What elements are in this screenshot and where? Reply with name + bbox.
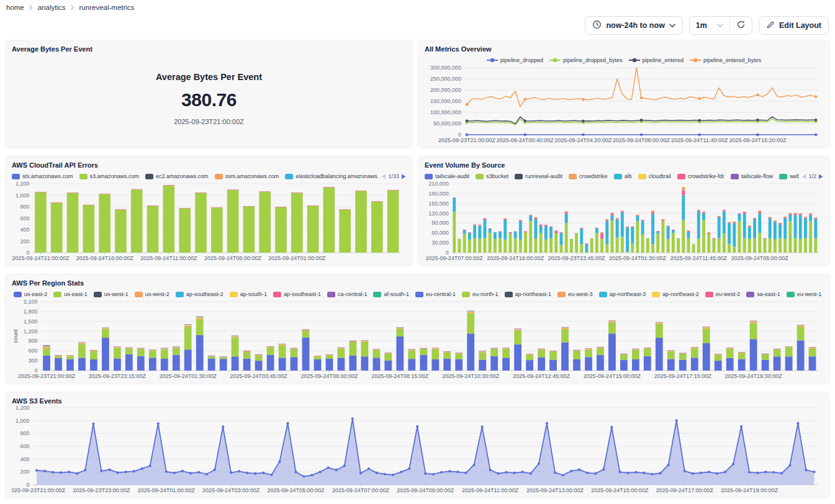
legend-item[interactable]: ap-northeast-2 (652, 291, 699, 297)
legend-label: eu-west-3 (568, 291, 593, 297)
legend-item[interactable]: runreveal-audit (515, 173, 562, 179)
legend-prev-icon[interactable] (381, 174, 386, 179)
legend-label: s3.amazonaws.com (90, 173, 140, 179)
legend-item[interactable]: eu-west-2 (705, 291, 741, 297)
legend-label: us-east-1 (64, 291, 88, 297)
panel-aws-per-region-stats: AWS Per Region Stats us-east-2us-east-1u… (5, 274, 830, 384)
legend-item[interactable]: ssm.amazonaws.com (215, 173, 279, 179)
svg-text:150,000: 150,000 (428, 200, 449, 207)
svg-text:2025-09-24T15:00:00Z: 2025-09-24T15:00:00Z (584, 373, 641, 379)
legend-item[interactable]: tailscale-audit (425, 173, 469, 179)
interval-select[interactable]: 1m (690, 17, 729, 34)
legend-item[interactable]: ec2.amazonaws.com (145, 173, 209, 179)
legend-item[interactable]: eu-north-1 (462, 291, 499, 297)
legend-item[interactable]: s3bucket (476, 173, 508, 179)
breadcrumb-home[interactable]: home (6, 4, 24, 11)
svg-text:30,000: 30,000 (431, 240, 449, 246)
legend-item[interactable]: pipeline_entered (629, 57, 684, 63)
legend-item[interactable]: pipeline_dropped (487, 57, 543, 63)
legend-item[interactable]: pipeline_dropped_bytes (549, 57, 623, 63)
legend-item[interactable]: ap-southeast-2 (176, 291, 223, 297)
legend-item[interactable]: sa-east-1 (746, 291, 780, 297)
svg-text:2025-09-24T15:20:00Z: 2025-09-24T15:20:00Z (729, 137, 787, 143)
svg-text:400: 400 (20, 456, 29, 462)
legend-item[interactable]: s3.amazonaws.com (79, 173, 140, 179)
legend-label: cloudtrail (649, 173, 671, 179)
legend-item[interactable]: tailscale-flow (731, 173, 774, 179)
legend-next-icon[interactable] (402, 174, 406, 179)
legend-label: ap-southeast-2 (186, 291, 223, 297)
legend-label: runreveal-audit (525, 173, 562, 179)
svg-text:600: 600 (20, 443, 29, 449)
legend-label: ec2.amazonaws.com (156, 173, 209, 179)
svg-text:2025-09-24T04:20:00Z: 2025-09-24T04:20:00Z (554, 137, 612, 143)
svg-text:1,800: 1,800 (24, 308, 38, 315)
svg-text:400: 400 (20, 227, 29, 233)
aws-cloudtrail-api-errors-chart[interactable]: 02004006008001,0001,2002025-09-24T21:00:… (12, 181, 406, 262)
breadcrumb-current-page[interactable]: runreveal-metrics (79, 4, 135, 11)
aws-per-region-stats-chart[interactable]: 03006009001,2001,5001,8002,100count2025-… (12, 299, 823, 380)
legend-label: ssm.amazonaws.com (225, 173, 279, 179)
svg-text:2025-09-24T11:00:00Z: 2025-09-24T11:00:00Z (462, 487, 519, 493)
legend-item[interactable]: us-east-2 (14, 291, 48, 297)
legend-label: af-south-1 (384, 291, 409, 297)
svg-text:2025-09-24T15:00:00Z: 2025-09-24T15:00:00Z (591, 487, 649, 493)
legend-item[interactable]: eu-west-1 (787, 291, 822, 297)
legend-items: us-east-2us-east-1us-west-1us-west-2ap-s… (12, 291, 823, 297)
svg-text:120,000: 120,000 (428, 210, 449, 217)
svg-text:2025-09-24T00:40:00Z: 2025-09-24T00:40:00Z (497, 137, 554, 143)
legend-item[interactable]: eu-central-1 (415, 291, 456, 297)
svg-text:2025-09-24T08:15:00Z: 2025-09-24T08:15:00Z (371, 373, 429, 379)
svg-text:2025-09-24T17:00:00Z: 2025-09-24T17:00:00Z (656, 487, 714, 493)
edit-layout-button[interactable]: Edit Layout (759, 16, 829, 35)
legend-item[interactable]: ca-central-1 (327, 291, 368, 297)
legend-item[interactable]: crowdstrike-fdr (677, 173, 724, 179)
panel-title: Event Volume By Source (425, 161, 823, 169)
time-range-button[interactable]: now-24h to now (585, 16, 682, 35)
legend-label: eu-central-1 (426, 291, 456, 297)
breadcrumb-analytics[interactable]: analytics (38, 4, 66, 11)
legend-item[interactable]: crowdstrike (569, 173, 608, 179)
legend-label: us-west-2 (145, 291, 169, 297)
aws-s3-events-chart[interactable]: 02004006008001,0001,2002025-09-23T21:00:… (12, 405, 823, 494)
breadcrumb: home analytics runreveal-metrics (0, 0, 835, 12)
legend-label: us-east-2 (24, 291, 48, 297)
stat-body: Average Bytes Per Event 380.76 2025-09-2… (12, 53, 406, 144)
toolbar: now-24h to now 1m Edit Layout (0, 12, 835, 40)
panel-average-bytes-per-event: Average Bytes Per Event Average Bytes Pe… (5, 40, 413, 148)
legend-prev-icon[interactable] (801, 174, 806, 179)
legend-label: us-west-1 (104, 291, 129, 297)
svg-text:250,000,000: 250,000,000 (430, 76, 461, 82)
svg-text:2025-09-24T12:45:00Z: 2025-09-24T12:45:00Z (513, 373, 571, 379)
refresh-button[interactable] (730, 17, 752, 34)
svg-text:1,000: 1,000 (16, 418, 30, 424)
legend-item[interactable]: af-south-1 (373, 291, 409, 297)
legend-item[interactable]: elasticloadbalancing.amazonaws.com (285, 173, 379, 179)
legend-item[interactable]: ap-northeast-3 (599, 291, 646, 297)
legend-label: sts.amazonaws.com (22, 173, 73, 179)
chart-legend: pipeline_droppedpipeline_dropped_bytespi… (425, 56, 823, 65)
svg-text:2025-09-24T11:00:00Z: 2025-09-24T11:00:00Z (140, 255, 197, 261)
legend-items: tailscale-audits3bucketrunreveal-auditcr… (425, 173, 799, 179)
panel-aws-cloudtrail-api-errors: AWS CloudTrail API Errors sts.amazonaws.… (5, 156, 413, 266)
legend-next-icon[interactable] (819, 174, 823, 179)
legend-item[interactable]: sts.amazonaws.com (12, 173, 73, 179)
legend-item[interactable]: pipeline_entered_bytes (690, 57, 761, 63)
panel-all-metrics-overview: All Metrics Overview pipeline_droppedpip… (418, 40, 830, 148)
svg-text:100,000,000: 100,000,000 (430, 109, 461, 115)
legend-item[interactable]: us-west-1 (94, 291, 129, 297)
legend-item[interactable]: us-west-2 (135, 291, 169, 297)
legend-item[interactable]: us-east-1 (53, 291, 88, 297)
legend-item[interactable]: cloudtrail (638, 173, 671, 179)
legend-item[interactable]: ap-northeast-1 (505, 291, 552, 297)
svg-text:50,000,000: 50,000,000 (433, 120, 461, 127)
legend-label: ap-northeast-3 (610, 291, 646, 297)
legend-item[interactable]: alb (614, 173, 632, 179)
legend-item[interactable]: webhook (779, 173, 799, 179)
legend-item[interactable]: ap-south-1 (230, 291, 267, 297)
all-metrics-overview-chart[interactable]: 050,000,000100,000,000150,000,000200,000… (425, 65, 823, 144)
legend-item[interactable]: eu-west-3 (557, 291, 593, 297)
chevron-right-icon (70, 4, 75, 11)
legend-item[interactable]: ap-southeast-1 (273, 291, 321, 297)
event-volume-by-source-chart[interactable]: 030,00060,00090,000120,000150,000180,000… (425, 181, 823, 262)
